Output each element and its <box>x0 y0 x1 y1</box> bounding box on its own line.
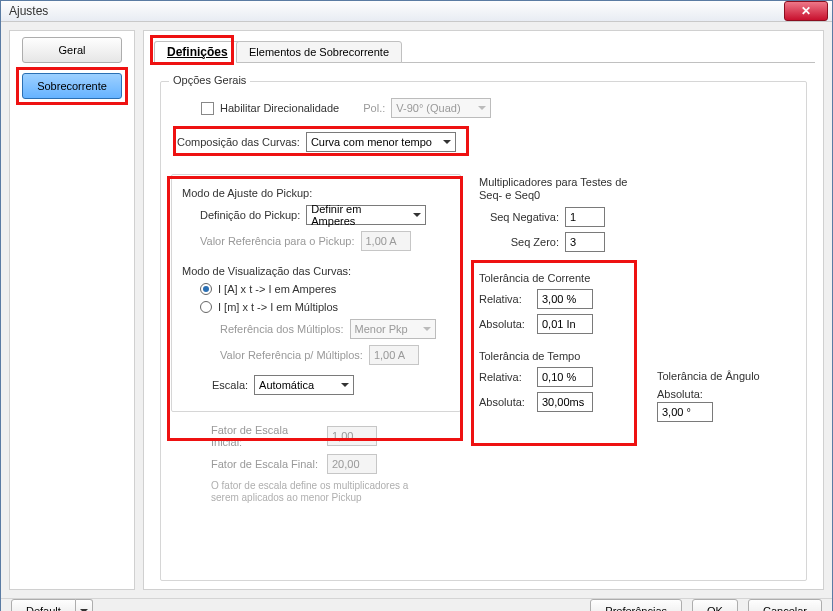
block-tol-angulo: Tolerância de Ângulo Absoluta: <box>657 266 767 427</box>
combo-value: V-90° (Quad) <box>396 102 460 114</box>
combo-value: Menor Pkp <box>355 323 408 335</box>
row-def-pickup: Definição do Pickup: Definir em Amperes <box>182 205 450 225</box>
default-splitbutton: Default <box>11 599 93 611</box>
tab-definicoes[interactable]: Definições <box>154 41 241 63</box>
tab-elementos[interactable]: Elementos de Sobrecorrente <box>236 41 402 63</box>
combo-value: Automática <box>259 379 314 391</box>
label-ang-abs: Absoluta: <box>657 388 709 400</box>
sidebar-item-label: Geral <box>59 44 86 56</box>
row-radio2: I [m] x t -> I em Múltiplos <box>182 301 450 313</box>
input-fator-inicial <box>327 426 377 446</box>
input-seq-zero[interactable] <box>565 232 605 252</box>
title-modo-ajuste: Modo de Ajuste do Pickup: <box>182 187 450 199</box>
row-fator-final: Fator de Escala Final: <box>211 454 461 474</box>
row-corr-rel: Relativa: <box>479 289 639 309</box>
input-tempo-abs[interactable] <box>537 392 593 412</box>
title-tol-tempo: Tolerância de Tempo <box>479 350 639 362</box>
note-escala: O fator de escala define os multiplicado… <box>211 480 431 504</box>
label-pol: Pol.: <box>363 102 385 114</box>
tab-label: Elementos de Sobrecorrente <box>249 46 389 58</box>
sidebar-item-sobrecorrente[interactable]: Sobrecorrente <box>22 73 122 99</box>
combo-value: Curva com menor tempo <box>311 136 432 148</box>
input-corr-rel[interactable] <box>537 289 593 309</box>
footer: Default Preferências OK Cancelar <box>1 598 832 611</box>
title-mult: Multiplicadores para Testes de Seq- e Se… <box>479 176 649 202</box>
radio-amperes[interactable] <box>200 283 212 295</box>
label-ref-mult: Referência dos Múltiplos: <box>220 323 344 335</box>
label-habilitar: Habilitar Direcionalidade <box>220 102 339 114</box>
row-tempo-rel: Relativa: <box>479 367 639 387</box>
row-radio1: I [A] x t -> I em Amperes <box>182 283 450 295</box>
group-modo-ajuste: Modo de Ajuste do Pickup: Definição do P… <box>171 174 461 412</box>
row-seq-zero: Seq Zero: <box>479 232 649 252</box>
label-valor-ref-mult: Valor Referência p/ Múltiplos: <box>220 349 363 361</box>
combo-pol: V-90° (Quad) <box>391 98 491 118</box>
group-opcoes-gerais: Opções Gerais Habilitar Direcionalidade … <box>160 81 807 581</box>
preferencias-button[interactable]: Preferências <box>590 599 682 611</box>
button-label: Preferências <box>605 605 667 611</box>
sidebar-item-label: Sobrecorrente <box>37 80 107 92</box>
input-tempo-rel[interactable] <box>537 367 593 387</box>
label-fator-inicial: Fator de Escala Inicial: <box>211 424 321 448</box>
titlebar: Ajustes ✕ <box>1 1 832 22</box>
escala-details: Fator de Escala Inicial: Fator de Escala… <box>171 412 461 504</box>
row-valor-ref: Valor Referência para o Pickup: <box>182 231 450 251</box>
row-ang-abs: Absoluta: <box>657 388 767 422</box>
row-tempo-abs: Absoluta: <box>479 392 639 412</box>
block-multiplicadores: Multiplicadores para Testes de Seq- e Se… <box>479 176 649 252</box>
input-valor-ref <box>361 231 411 251</box>
label-seq-zero: Seq Zero: <box>479 236 559 248</box>
settings-window: Ajustes ✕ Geral Sobrecorrente Definições <box>0 0 833 611</box>
radio-multiplos[interactable] <box>200 301 212 313</box>
label-corr-abs: Absoluta: <box>479 318 531 330</box>
sidebar: Geral Sobrecorrente <box>9 30 135 590</box>
row-habilitar: Habilitar Direcionalidade Pol.: V-90° (Q… <box>201 98 796 118</box>
tab-label: Definições <box>167 45 228 59</box>
input-valor-ref-mult <box>369 345 419 365</box>
input-ang-abs[interactable] <box>657 402 713 422</box>
combo-composicao[interactable]: Curva com menor tempo <box>306 132 456 152</box>
button-label: Cancelar <box>763 605 807 611</box>
label-tempo-rel: Relativa: <box>479 371 531 383</box>
ok-button[interactable]: OK <box>692 599 738 611</box>
label-tempo-abs: Absoluta: <box>479 396 531 408</box>
title-tol-corrente: Tolerância de Corrente <box>479 272 639 284</box>
row-valor-ref-mult: Valor Referência p/ Múltiplos: <box>182 345 450 365</box>
col-left: Modo de Ajuste do Pickup: Definição do P… <box>171 166 461 504</box>
default-dropdown[interactable] <box>76 599 93 611</box>
button-label: Default <box>26 605 61 611</box>
row-seq-neg: Seq Negativa: <box>479 207 649 227</box>
label-escala: Escala: <box>212 379 248 391</box>
label-fator-final: Fator de Escala Final: <box>211 458 321 470</box>
tabs: Definições Elementos de Sobrecorrente <box>152 39 815 63</box>
input-corr-abs[interactable] <box>537 314 593 334</box>
sidebar-item-geral[interactable]: Geral <box>22 37 122 63</box>
checkbox-habilitar[interactable] <box>201 102 214 115</box>
title-tol-angulo: Tolerância de Ângulo <box>657 370 767 383</box>
label-composicao: Composição das Curvas: <box>177 136 300 148</box>
group-title: Opções Gerais <box>169 74 250 86</box>
main-panel: Definições Elementos de Sobrecorrente Op… <box>143 30 824 590</box>
body: Geral Sobrecorrente Definições Elementos… <box>1 22 832 598</box>
combo-escala[interactable]: Automática <box>254 375 354 395</box>
row-escala: Escala: Automática <box>182 375 450 395</box>
combo-def-pickup[interactable]: Definir em Amperes <box>306 205 426 225</box>
close-button[interactable]: ✕ <box>784 1 828 21</box>
row-ref-mult: Referência dos Múltiplos: Menor Pkp <box>182 319 450 339</box>
button-label: OK <box>707 605 723 611</box>
window-title: Ajustes <box>9 4 48 18</box>
label-radio2: I [m] x t -> I em Múltiplos <box>218 301 338 313</box>
label-def-pickup: Definição do Pickup: <box>200 209 300 221</box>
input-fator-final <box>327 454 377 474</box>
label-valor-ref: Valor Referência para o Pickup: <box>200 235 355 247</box>
tab-content: Opções Gerais Habilitar Direcionalidade … <box>152 63 815 581</box>
cancel-button[interactable]: Cancelar <box>748 599 822 611</box>
label-seq-neg: Seq Negativa: <box>479 211 559 223</box>
row-composicao: Composição das Curvas: Curva com menor t… <box>177 132 796 152</box>
input-seq-neg[interactable] <box>565 207 605 227</box>
combo-value: Definir em Amperes <box>311 203 407 227</box>
row-fator-inicial: Fator de Escala Inicial: <box>211 424 461 448</box>
label-radio1: I [A] x t -> I em Amperes <box>218 283 336 295</box>
default-button[interactable]: Default <box>11 599 76 611</box>
label-corr-rel: Relativa: <box>479 293 531 305</box>
